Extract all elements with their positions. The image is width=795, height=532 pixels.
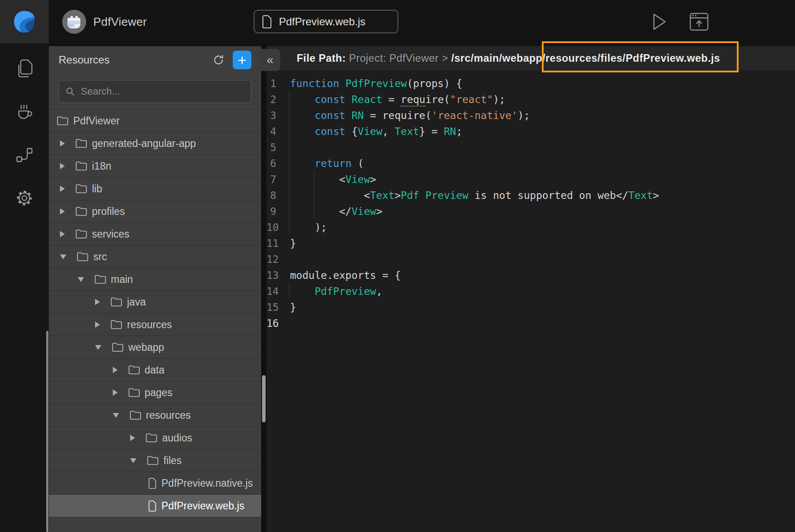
tree-item-label: files (163, 455, 182, 467)
tree-item-main[interactable]: main (49, 268, 261, 291)
tree-item-data[interactable]: data (49, 359, 261, 381)
code-line[interactable]: <View> (290, 171, 659, 187)
code-line[interactable] (290, 251, 659, 267)
tree-item-label: services (92, 228, 129, 240)
code-token: PdfPreview (314, 286, 376, 297)
add-resource-button[interactable]: + (233, 51, 251, 69)
wave-logo-icon (11, 8, 38, 36)
folder-icon (76, 184, 87, 194)
line-number: 7 (266, 171, 276, 187)
code-line[interactable]: </View> (290, 203, 659, 219)
folder-icon (128, 365, 140, 375)
app-logo[interactable] (0, 0, 49, 44)
code-token: is not supported on web</ (469, 190, 628, 201)
flow-icon (16, 147, 33, 163)
code-token: } = (419, 126, 444, 137)
code-line[interactable]: } (290, 299, 659, 315)
code-token: RN (444, 126, 456, 137)
caret-down-icon[interactable] (78, 277, 84, 282)
tree-item-i18n[interactable]: i18n (49, 155, 261, 178)
line-number: 15 (266, 299, 276, 315)
code-token: ); (290, 222, 327, 233)
pages-button[interactable] (0, 52, 49, 84)
tree-item-profiles[interactable]: profiles (49, 200, 261, 223)
caret-right-icon[interactable] (113, 367, 118, 373)
search-icon (65, 87, 75, 96)
folder-icon (112, 342, 123, 352)
refresh-button[interactable] (212, 54, 225, 66)
open-file-tab[interactable]: PdfPreview.web.js (254, 10, 398, 33)
build-button[interactable] (0, 96, 49, 128)
tree-item-label: PdfPreview.web.js (162, 500, 245, 512)
caret-down-icon[interactable] (95, 345, 101, 350)
highlighted-path-segment: resources/files/PdfPreview.web.js (545, 52, 720, 64)
code-token (346, 110, 352, 121)
caret-right-icon[interactable] (130, 435, 135, 441)
code-token (290, 126, 314, 137)
code-line[interactable]: PdfPreview, (290, 283, 659, 299)
tree-item-src[interactable]: src (49, 246, 261, 268)
caret-down-icon[interactable] (60, 254, 66, 259)
tree-item-generated-angular-app[interactable]: generated-angular-app (49, 132, 261, 155)
line-number: 12 (266, 251, 276, 267)
caret-down-icon[interactable] (113, 413, 119, 418)
caret-right-icon[interactable] (95, 322, 100, 328)
tree-item-PdfPreview.native.js[interactable]: PdfPreview.native.js (49, 472, 261, 495)
tree-item-pages[interactable]: pages (49, 381, 261, 404)
tree-scrollbar-thumb[interactable] (46, 331, 48, 532)
line-number: 14 (266, 283, 276, 299)
tree-item-PdfViewer[interactable]: PdfViewer (49, 110, 261, 132)
pages-icon (16, 59, 33, 78)
search-input[interactable] (80, 85, 245, 98)
publish-window-icon (689, 12, 709, 31)
line-number: 16 (266, 315, 276, 331)
code-line[interactable]: function PdfPreview(props) { (290, 75, 659, 91)
caret-right-icon[interactable] (60, 163, 65, 169)
code-lines: function PdfPreview(props) { const React… (282, 75, 659, 331)
code-line[interactable]: <Text>Pdf Preview is not supported on we… (290, 187, 659, 203)
panel-scrollbar-thumb[interactable] (262, 375, 266, 422)
code-line[interactable]: module.exports = { (290, 267, 659, 283)
code-line[interactable]: return ( (290, 155, 659, 171)
tree-item-lib[interactable]: lib (49, 178, 261, 200)
code-token: < (290, 174, 346, 185)
code-token: (props) { (407, 78, 462, 89)
code-line[interactable]: const {View, Text} = RN; (290, 123, 659, 139)
caret-right-icon[interactable] (113, 389, 118, 396)
caret-right-icon[interactable] (60, 186, 65, 192)
caret-right-icon[interactable] (60, 140, 65, 147)
tree-item-webapp[interactable]: webapp (49, 336, 261, 359)
collapse-panel-button[interactable]: « (260, 49, 280, 71)
code-line[interactable]: } (290, 235, 659, 251)
folder-icon (76, 206, 87, 216)
tree-item-services[interactable]: services (49, 223, 261, 246)
code-line[interactable]: ); (290, 219, 659, 235)
run-button[interactable] (652, 0, 667, 44)
code-token (290, 158, 314, 169)
publish-button[interactable] (689, 0, 709, 44)
file-path-header: File Path: Project: PdfViewer > /src/mai… (266, 46, 795, 70)
tree-item-PdfPreview.web.js[interactable]: PdfPreview.web.js (49, 495, 261, 517)
tree-item-java[interactable]: java (49, 291, 261, 314)
line-number: 6 (266, 155, 276, 171)
file-path: File Path: Project: PdfViewer > /src/mai… (297, 52, 720, 64)
code-line[interactable] (290, 139, 659, 155)
tree-item-audios[interactable]: audios (49, 427, 261, 449)
code-token: { (346, 126, 358, 137)
settings-button[interactable] (0, 182, 49, 214)
search-box (59, 80, 251, 103)
code-line[interactable] (290, 315, 659, 331)
code-line[interactable]: const React = require("react"); (290, 91, 659, 107)
tree-item-resources[interactable]: resources (49, 404, 261, 427)
code-line[interactable]: const RN = require('react-native'); (290, 107, 659, 123)
caret-right-icon[interactable] (60, 231, 65, 237)
flows-button[interactable] (0, 139, 49, 171)
code-editor[interactable]: 12345678910111213141516 function PdfPrev… (266, 70, 795, 331)
caret-down-icon[interactable] (130, 458, 136, 463)
code-token: return (314, 158, 351, 169)
caret-right-icon[interactable] (60, 208, 65, 214)
tree-item-resources[interactable]: resources (49, 314, 261, 336)
resources-panel: Resources + PdfViewergenerated-angular-a… (49, 46, 261, 532)
tree-item-files[interactable]: files (49, 449, 261, 472)
caret-right-icon[interactable] (95, 299, 100, 305)
